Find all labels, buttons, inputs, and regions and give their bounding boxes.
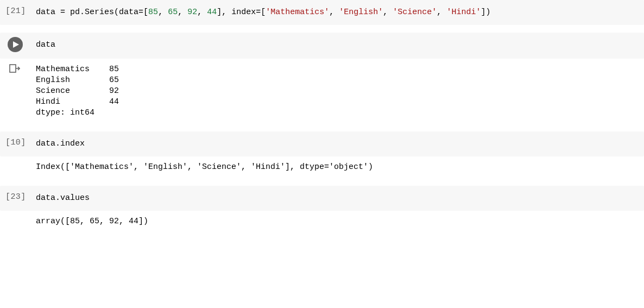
prompt-label: [21] <box>5 7 26 16</box>
code-content[interactable]: data <box>36 39 639 51</box>
execution-count: [10] <box>5 138 36 147</box>
svg-marker-0 <box>13 41 19 48</box>
code-input-row: [21] data = pd.Series(data=[85, 65, 92, … <box>0 0 644 25</box>
code-cell: [10] data.index Index(['Mathematics', 'E… <box>0 131 644 178</box>
notebook: [21] data = pd.Series(data=[85, 65, 92, … <box>0 0 644 232</box>
code-output-row: Index(['Mathematics', 'English', 'Scienc… <box>0 156 644 178</box>
svg-rect-1 <box>10 65 16 72</box>
output-content: Mathematics 85 English 65 Science 92 Hin… <box>36 64 639 118</box>
execution-count: [23] <box>5 192 36 202</box>
code-input-row: [10] data.index <box>0 131 644 156</box>
output-gutter <box>5 64 36 75</box>
code-content[interactable]: data = pd.Series(data=[85, 65, 92, 44], … <box>36 7 639 18</box>
code-output-row: array([85, 65, 92, 44]) <box>0 211 644 232</box>
output-content: array([85, 65, 92, 44]) <box>36 216 639 227</box>
code-input-row: [23] data.values <box>0 186 644 211</box>
output-content: Index(['Mathematics', 'English', 'Scienc… <box>36 162 639 173</box>
code-content[interactable]: data.index <box>36 138 639 150</box>
execution-count: [21] <box>5 7 36 16</box>
run-button-gutter <box>5 39 36 52</box>
code-output-row: Mathematics 85 English 65 Science 92 Hin… <box>0 59 644 124</box>
code-cell: [21] data = pd.Series(data=[85, 65, 92, … <box>0 0 644 25</box>
prompt-label: [23] <box>5 192 26 202</box>
play-icon <box>13 41 19 48</box>
prompt-label: [10] <box>5 138 26 147</box>
run-button[interactable] <box>8 37 23 52</box>
code-content[interactable]: data.values <box>36 192 639 204</box>
output-arrow-icon <box>9 63 21 75</box>
code-input-row: data <box>0 33 644 59</box>
code-cell: [23] data.values array([85, 65, 92, 44]) <box>0 186 644 232</box>
code-cell: data Mathematics 85 English 65 Science 9… <box>0 33 644 124</box>
